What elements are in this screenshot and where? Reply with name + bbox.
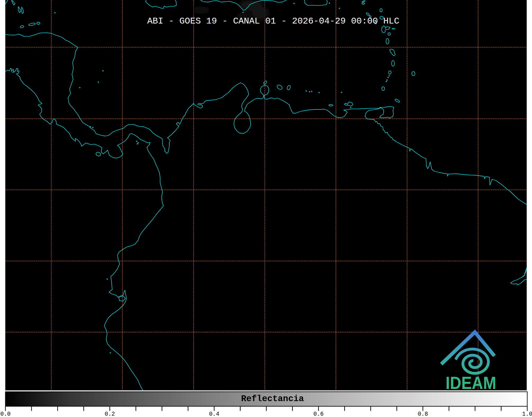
svg-text:Reflectancia: Reflectancia bbox=[241, 394, 304, 404]
svg-text:IDEAM: IDEAM bbox=[445, 373, 496, 393]
svg-text:ABI - GOES 19 - CANAL 01 - 202: ABI - GOES 19 - CANAL 01 - 2026-04-29 00… bbox=[147, 16, 399, 26]
